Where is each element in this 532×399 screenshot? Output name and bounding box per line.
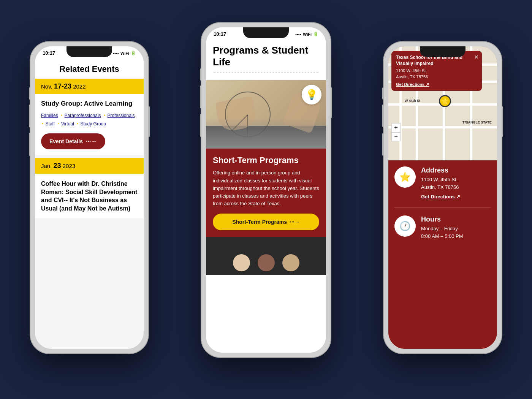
right-phone: N Lamar Blvd W 44th St W 45th St TRIANGL… bbox=[384, 42, 502, 353]
hours-row: 🕐 Hours Monday – Friday 8:00 AM – 5:00 P… bbox=[394, 215, 491, 250]
signal-icon-c: ▪▪▪▪ bbox=[295, 32, 301, 36]
center-phone: 10:17 ▪▪▪▪ WiFi 🔋 Programs & Student Lif… bbox=[201, 23, 331, 357]
address-directions-link[interactable]: Get Directions ↗ bbox=[421, 194, 460, 200]
signal-icon: ▪▪▪▪ bbox=[113, 51, 119, 55]
event-details-button[interactable]: Event Details ···→ bbox=[41, 133, 105, 149]
address-row: ⭐ Address 1100 W. 45th St. Austin, TX 78… bbox=[394, 166, 491, 208]
person-head-1 bbox=[233, 254, 250, 271]
event1-date-bold: 17-23 bbox=[54, 82, 71, 90]
person-head-3 bbox=[282, 254, 299, 271]
map-pin: ⭐ bbox=[439, 95, 451, 107]
tag-professionals[interactable]: Professionals bbox=[108, 113, 135, 118]
event2-title: Coffee Hour with Dr. Christine Roman: So… bbox=[41, 180, 138, 212]
right-info-section: ⭐ Address 1100 W. 45th St. Austin, TX 78… bbox=[388, 160, 497, 349]
event2-date-year: 2023 bbox=[63, 163, 75, 169]
map-label-triangle: TRIANGLE STATE bbox=[462, 120, 492, 124]
short-term-btn-label: Short-Term Programs bbox=[232, 219, 287, 225]
popup-address: 1100 W. 45th St. Austin, TX 78756 bbox=[396, 68, 477, 80]
close-popup-button[interactable]: ✕ bbox=[474, 54, 479, 60]
map-area[interactable]: N Lamar Blvd W 44th St W 45th St TRIANGL… bbox=[388, 46, 497, 160]
tag-families[interactable]: Families bbox=[41, 113, 58, 118]
divider bbox=[213, 72, 319, 73]
hours-details: Hours Monday – Friday 8:00 AM – 5:00 PM bbox=[421, 215, 491, 242]
tag-study-group[interactable]: Study Group bbox=[81, 121, 106, 127]
event1-title: Study Group: Active Learning bbox=[41, 100, 138, 108]
short-term-programs-card: Short-Term Programs Offering online and … bbox=[206, 149, 326, 237]
brain-lightbulb-icon: 💡 bbox=[302, 85, 321, 104]
braille-image: 💡 bbox=[206, 80, 326, 149]
left-phone: 10:17 ▪▪▪▪ WiFi 🔋 Related Events Nov. 17… bbox=[30, 42, 148, 353]
tag-staff[interactable]: Staff bbox=[46, 121, 55, 127]
hours-icon: 🕐 bbox=[394, 215, 416, 237]
center-header: Programs & Student Life bbox=[206, 39, 326, 80]
battery-icon: 🔋 bbox=[131, 51, 136, 55]
address-lines: 1100 W. 45th St. Austin, TX 78756 bbox=[421, 176, 491, 191]
tag-paraprofessionals[interactable]: Paraprofessionals bbox=[65, 113, 101, 118]
event1-date-year: 2022 bbox=[73, 83, 86, 90]
students-image bbox=[206, 237, 326, 275]
address-title: Address bbox=[421, 166, 491, 174]
arrow-icon: ···→ bbox=[86, 138, 97, 145]
wifi-icon: WiFi bbox=[120, 51, 129, 55]
event1-tags: Families • Paraprofessionals • Professio… bbox=[41, 112, 138, 128]
battery-icon-c: 🔋 bbox=[313, 32, 318, 36]
wifi-icon-c: WiFi bbox=[303, 32, 312, 36]
short-term-title: Short-Term Programs bbox=[213, 155, 319, 165]
event-details-label: Event Details bbox=[49, 138, 83, 144]
person-head-2 bbox=[258, 254, 275, 271]
center-page-title: Programs & Student Life bbox=[213, 44, 319, 68]
address-icon: ⭐ bbox=[394, 166, 416, 188]
time-left: 10:17 bbox=[43, 50, 55, 56]
popup-directions-link[interactable]: Get Directions ↗ bbox=[396, 82, 429, 87]
time-center: 10:17 bbox=[214, 31, 226, 37]
short-term-text: Offering online and in-person group and … bbox=[213, 169, 319, 207]
short-term-programs-button[interactable]: Short-Term Programs ···→ bbox=[213, 214, 319, 230]
event2-card: Coffee Hour with Dr. Christine Roman: So… bbox=[35, 174, 144, 218]
event2-date-bold: 23 bbox=[54, 162, 61, 169]
event1-date-badge: Nov. 17-23 2022 bbox=[35, 79, 144, 94]
btn-arrow-icon: ···→ bbox=[290, 219, 300, 225]
event2-date-badge: Jan. 23 2023 bbox=[35, 158, 144, 174]
hours-title: Hours bbox=[421, 215, 491, 223]
zoom-out-button[interactable]: − bbox=[391, 132, 401, 141]
left-page-title: Related Events bbox=[35, 58, 144, 79]
event1-card: Study Group: Active Learning Families • … bbox=[35, 94, 144, 155]
tag-virtual[interactable]: Virtual bbox=[61, 121, 74, 127]
zoom-in-button[interactable]: + bbox=[391, 123, 401, 132]
map-label-w44: W 44th St bbox=[405, 99, 420, 103]
event2-date-prefix: Jan. bbox=[41, 163, 52, 169]
hours-lines: Monday – Friday 8:00 AM – 5:00 PM bbox=[421, 225, 491, 240]
map-zoom-controls: + − bbox=[391, 123, 401, 141]
address-details: Address 1100 W. 45th St. Austin, TX 7875… bbox=[421, 166, 491, 200]
event1-date-prefix: Nov. bbox=[41, 83, 52, 90]
